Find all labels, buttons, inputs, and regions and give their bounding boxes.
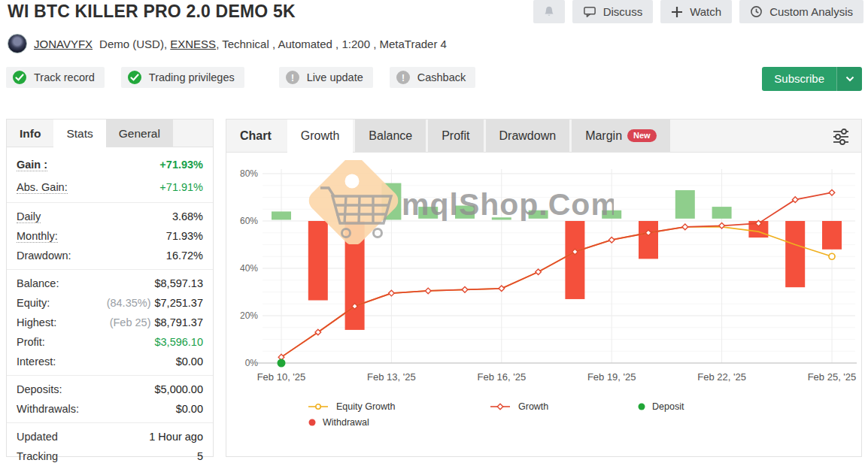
info-panel: Info Stats General Gain : +71.93% Abs. G…: [6, 119, 214, 457]
green-dot-icon: [637, 402, 646, 411]
stat-row-abs-gain: Abs. Gain: +71.91%: [17, 176, 203, 198]
deposits-value: $5,000.00: [154, 383, 203, 395]
daily-value: 3.68%: [172, 210, 203, 222]
tab-stats[interactable]: Stats: [53, 120, 105, 147]
stat-row-profit: Profit: $3,596.10: [17, 332, 203, 352]
tab-margin[interactable]: Margin New: [572, 120, 670, 152]
abs-gain-value: +71.91%: [159, 181, 203, 193]
custom-analysis-label: Custom Analysis: [769, 5, 853, 18]
legend-equity-growth[interactable]: Equity Growth: [308, 401, 490, 412]
profit-value: $3,596.10: [154, 336, 203, 348]
svg-text:Feb 19, '25: Feb 19, '25: [587, 371, 636, 383]
drawdown-label: Drawdown:: [17, 250, 71, 262]
stat-row-balance: Balance: $8,597.13: [17, 274, 203, 293]
abs-gain-label[interactable]: Abs. Gain:: [17, 181, 68, 194]
svg-text:40%: 40%: [240, 263, 258, 274]
deposits-label: Deposits:: [17, 383, 62, 395]
divider: [7, 202, 213, 203]
chart-tabs: Chart Growth Balance Profit Drawdown Mar…: [226, 120, 861, 153]
account-row: JONAVYFX Demo (USD), EXNESS, Technical ,…: [8, 34, 447, 53]
svg-text:!: !: [402, 73, 405, 83]
badge-cashback[interactable]: ! Cashback: [390, 67, 475, 88]
line-diamond-marker-icon: [490, 403, 512, 410]
exclamation-circle-icon: !: [396, 70, 411, 85]
account-details: Demo (USD), EXNESS, Technical , Automate…: [99, 38, 447, 50]
daily-label[interactable]: Daily: [17, 210, 41, 223]
svg-text:20%: 20%: [240, 310, 258, 321]
svg-text:Feb 22, '25: Feb 22, '25: [697, 371, 746, 383]
badge-track-record[interactable]: Track record: [6, 67, 105, 88]
subscribe-dropdown[interactable]: [836, 67, 862, 91]
account-avatar[interactable]: [8, 34, 27, 53]
subscribe-button[interactable]: Subscribe: [762, 67, 862, 91]
svg-text:60%: 60%: [240, 216, 258, 226]
monthly-label[interactable]: Monthly:: [17, 230, 58, 243]
clock-icon: [750, 5, 763, 18]
legend-withdrawal[interactable]: Withdrawal: [308, 417, 369, 428]
svg-text:Feb 10, '25: Feb 10, '25: [257, 371, 306, 383]
badge-label: Track record: [34, 71, 95, 83]
tab-growth[interactable]: Growth: [287, 120, 354, 153]
equity-percent-note: (84.35%): [107, 297, 151, 309]
interest-label: Interest:: [17, 356, 56, 368]
tab-chart[interactable]: Chart: [226, 120, 285, 152]
stat-row-monthly: Monthly: 71.93%: [17, 226, 203, 246]
stat-row-tracking: Tracking 5: [17, 446, 203, 463]
updated-label: Updated: [17, 431, 58, 443]
svg-text:Feb 13, '25: Feb 13, '25: [367, 371, 416, 383]
plus-icon: [671, 6, 683, 18]
gain-label[interactable]: Gain :: [17, 159, 47, 171]
equity-label: Equity:: [17, 297, 50, 309]
highest-value: $8,791.37: [154, 316, 203, 328]
chevron-down-icon: [845, 76, 854, 82]
page-title: WI BTC KILLER PRO 2.0 DEMO 5K: [8, 2, 296, 22]
exclamation-circle-icon: !: [285, 70, 300, 85]
margin-tab-label: Margin: [585, 120, 622, 153]
tab-profit[interactable]: Profit: [428, 120, 483, 152]
highest-label: Highest:: [17, 316, 56, 328]
stat-row-gain: Gain : +71.93%: [17, 153, 203, 176]
equity-value: $7,251.37: [154, 297, 203, 309]
legend-label: Withdrawal: [323, 417, 369, 428]
balance-value: $8,597.13: [154, 277, 203, 289]
header-actions: Discuss Watch Custom Analysis: [533, 0, 863, 23]
stat-row-withdrawals: Withdrawals: $0.00: [17, 399, 203, 419]
speech-bubble-icon: [583, 6, 596, 18]
verification-badges: Track record Trading privileges ! Live u…: [6, 67, 475, 88]
growth-chart[interactable]: 0%20%40%60%80%Feb 10, '25Feb 13, '25Feb …: [226, 153, 861, 389]
updated-value: 1 Hour ago: [149, 431, 203, 443]
custom-analysis-button[interactable]: Custom Analysis: [739, 0, 863, 23]
chart-settings-button[interactable]: [830, 126, 852, 150]
badge-label: Trading privileges: [149, 71, 235, 83]
legend-growth[interactable]: Growth: [490, 401, 637, 412]
gain-value: +71.93%: [159, 159, 203, 171]
badge-trading-privileges[interactable]: Trading privileges: [121, 67, 244, 88]
svg-text:80%: 80%: [240, 168, 258, 179]
subscribe-label: Subscribe: [762, 67, 836, 91]
broker-link[interactable]: EXNESS: [170, 38, 216, 50]
stat-row-highest: Highest: (Feb 25)$8,791.37: [17, 313, 203, 332]
highest-date-note: (Feb 25): [110, 316, 151, 328]
tab-balance[interactable]: Balance: [355, 120, 426, 152]
watch-label: Watch: [690, 5, 721, 18]
chart-panel: Chart Growth Balance Profit Drawdown Mar…: [226, 119, 862, 457]
watch-button[interactable]: Watch: [660, 0, 732, 23]
discuss-button[interactable]: Discuss: [572, 0, 654, 23]
bell-icon: [542, 5, 556, 19]
line-circle-marker-icon: [308, 403, 330, 410]
tab-info[interactable]: Info: [7, 120, 53, 147]
svg-text:Feb 16, '25: Feb 16, '25: [477, 371, 526, 383]
divider: [7, 375, 213, 376]
tab-general[interactable]: General: [106, 120, 173, 147]
stat-row-interest: Interest: $0.00: [17, 352, 203, 371]
legend-deposit[interactable]: Deposit: [637, 401, 684, 412]
legend-label: Growth: [518, 401, 548, 412]
stat-row-updated: Updated 1 Hour ago: [17, 427, 203, 446]
legend-label: Equity Growth: [336, 401, 396, 412]
notifications-button[interactable]: [533, 0, 565, 23]
discuss-label: Discuss: [603, 5, 643, 18]
badge-live-update[interactable]: ! Live update: [279, 67, 373, 88]
tracking-value: 5: [197, 450, 203, 462]
tab-drawdown[interactable]: Drawdown: [486, 120, 570, 152]
account-username-link[interactable]: JONAVYFX: [34, 38, 93, 50]
